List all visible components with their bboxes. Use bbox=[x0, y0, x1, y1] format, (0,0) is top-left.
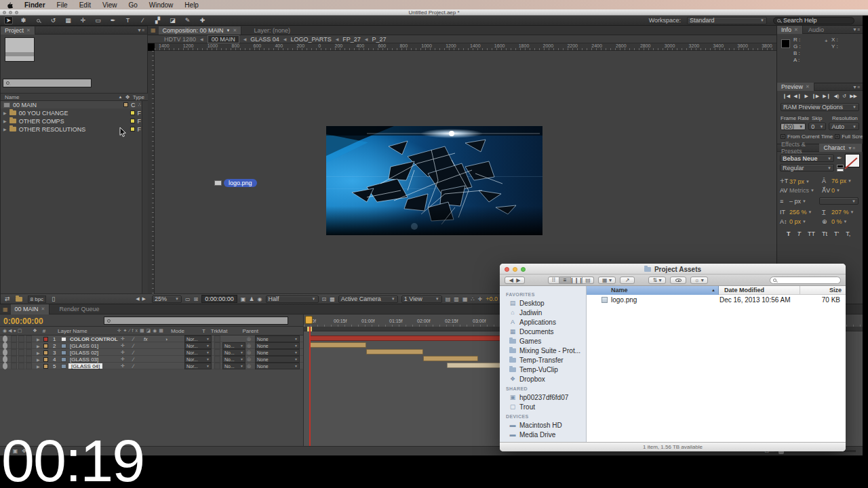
eyedropper-icon[interactable]: ✒ bbox=[837, 155, 842, 161]
play-button[interactable]: ▶ bbox=[805, 94, 808, 99]
loop-button[interactable]: ↺ bbox=[842, 94, 846, 99]
breadcrumb-logo-parts[interactable]: LOGO_PARTS bbox=[290, 36, 331, 43]
label-color-chip[interactable] bbox=[43, 344, 48, 348]
quick-look-button[interactable] bbox=[670, 277, 686, 284]
eye-icon[interactable] bbox=[3, 356, 7, 363]
column-size-header[interactable]: Size bbox=[829, 286, 842, 295]
tab-composition[interactable]: Composition: 00 MAIN▼✕ bbox=[159, 26, 242, 35]
layer-bar-glass03[interactable] bbox=[423, 356, 478, 361]
tab-preview[interactable]: Preview✕ bbox=[777, 83, 814, 91]
mode-column[interactable]: Mode bbox=[171, 328, 184, 334]
audio-button[interactable]: ◀) bbox=[834, 94, 840, 99]
small-caps-button[interactable]: Tt bbox=[822, 230, 827, 237]
region-of-interest-icon[interactable]: ▭ bbox=[185, 296, 191, 302]
menu-item-view[interactable]: View bbox=[102, 1, 117, 9]
vertical-scale-value[interactable]: 256 % bbox=[789, 209, 807, 216]
layer-name[interactable]: [GLASS 03] bbox=[70, 356, 98, 363]
layer-row-2[interactable]: ▶ 2 [GLASS 01] ✛ ∕ Nor...▼ No...▼ ◎ None… bbox=[0, 342, 303, 349]
tsume-value[interactable]: 0 % bbox=[831, 218, 842, 225]
exposure-value[interactable]: +0.0 bbox=[486, 296, 498, 302]
expander-icon[interactable]: ▶ bbox=[3, 110, 7, 115]
apple-logo-icon[interactable] bbox=[7, 1, 13, 9]
arrange-button[interactable]: ▦ ▾ bbox=[598, 277, 616, 284]
eye-icon[interactable] bbox=[3, 363, 7, 369]
exposure-icon[interactable]: ✛ bbox=[478, 296, 483, 302]
label-color-chip[interactable] bbox=[130, 119, 135, 123]
expander-icon[interactable]: ▶ bbox=[37, 356, 40, 363]
parent-pickwhip-icon[interactable]: ◎ bbox=[247, 342, 251, 349]
all-caps-button[interactable]: TT bbox=[808, 230, 815, 237]
roi-icon[interactable]: ⊡ bbox=[322, 296, 327, 302]
eraser-tool-icon[interactable]: ◪ bbox=[168, 17, 177, 24]
sidebar-item-home[interactable]: ⌂Jadiwin bbox=[500, 308, 586, 317]
interpret-footage-icon[interactable]: ⇄ bbox=[5, 296, 10, 302]
fill-color-swatch[interactable] bbox=[845, 154, 860, 167]
font-family-select[interactable]: Bebas Neue▼ bbox=[780, 155, 834, 162]
resolution-select[interactable]: Half▼ bbox=[266, 296, 319, 303]
back-forward-buttons[interactable]: ◀ ▶ bbox=[505, 277, 525, 284]
snapshot-icon[interactable]: ▣ bbox=[241, 296, 246, 302]
expander-icon[interactable]: ▶ bbox=[37, 363, 40, 369]
coverflow-view-button[interactable]: ▤ bbox=[583, 277, 594, 284]
column-view-button[interactable]: ❙❙❙ bbox=[571, 277, 583, 284]
timeline-button-icon[interactable]: ▦ bbox=[462, 296, 468, 302]
menu-item-window[interactable]: Window bbox=[149, 1, 174, 9]
frame-rate-select[interactable]: (30)▼ bbox=[781, 123, 806, 130]
expander-icon[interactable]: ▶ bbox=[3, 119, 7, 123]
expander-icon[interactable]: ▶ bbox=[3, 127, 7, 131]
camera-select[interactable]: Active Camera▼ bbox=[338, 296, 398, 303]
leading-value[interactable]: 76 px bbox=[831, 178, 846, 184]
current-time-indicator[interactable] bbox=[305, 316, 313, 324]
panel-menu-icon[interactable]: ▼≡ bbox=[137, 28, 147, 33]
switch-quality[interactable]: ∕ bbox=[133, 342, 134, 349]
layer-row-4[interactable]: ▶ 4 [GLASS 03] ✛ ∕ Nor...▼ No...▼ ◎ None… bbox=[0, 356, 303, 363]
from-current-time-checkbox[interactable] bbox=[781, 134, 785, 139]
faux-italic-button[interactable]: T bbox=[797, 230, 802, 237]
project-scrollbar[interactable] bbox=[142, 101, 148, 294]
zoom-tool-icon[interactable] bbox=[34, 17, 43, 24]
label-color-chip[interactable] bbox=[43, 357, 48, 362]
stroke-color-swatch[interactable] bbox=[837, 165, 844, 168]
project-item-00-main[interactable]: 00 MAIN C∴ bbox=[1, 101, 141, 108]
new-folder-icon[interactable] bbox=[16, 297, 22, 302]
current-timecode[interactable]: 0:00:00:00 bbox=[3, 317, 43, 326]
switch-fx[interactable]: fx bbox=[144, 336, 147, 342]
icon-view-button[interactable]: ⠿ bbox=[548, 277, 559, 284]
trkmat-select[interactable]: No...▼ bbox=[222, 349, 245, 356]
show-channels-icon[interactable]: ◉ bbox=[258, 296, 262, 302]
layer-name[interactable]: [GLASS 01] bbox=[70, 342, 98, 349]
layer-row-3[interactable]: ▶ 3 [GLASS 02] ✛ ∕ Nor...▼ No...▼ ◎ None… bbox=[0, 349, 303, 356]
label-color-chip[interactable] bbox=[123, 102, 128, 107]
workspace-select[interactable]: Standard▼ bbox=[687, 17, 767, 24]
pen-tool-icon[interactable]: ✒ bbox=[108, 17, 117, 24]
superscript-button[interactable]: T' bbox=[834, 230, 839, 237]
label-color-chip[interactable] bbox=[43, 350, 48, 355]
full-screen-checkbox[interactable] bbox=[835, 134, 840, 139]
switch-anchor[interactable]: ✛ bbox=[121, 349, 125, 356]
eye-icon[interactable] bbox=[3, 349, 7, 356]
label-color-chip[interactable] bbox=[43, 364, 48, 369]
switch-motion-blur[interactable]: ◑ bbox=[165, 336, 167, 342]
font-size-value[interactable]: 37 px bbox=[789, 178, 804, 185]
sidebar-item-documents[interactable]: ▦Documents bbox=[500, 327, 586, 336]
faux-bold-button[interactable]: T bbox=[787, 230, 791, 237]
project-bpc-button[interactable]: 8 bpc bbox=[28, 296, 47, 303]
layer-row-1[interactable]: ▶ 1 COLOR CONTROL ✛ ∕ fx ◑ Nor...▼ ◎ Non… bbox=[0, 336, 303, 342]
trkmat-select[interactable]: No...▼ bbox=[222, 363, 245, 369]
menu-item-help[interactable]: Help bbox=[184, 1, 199, 9]
project-item-00-you-change[interactable]: ▶ 00 YOU CHANGE F bbox=[1, 109, 141, 117]
column-date-header[interactable]: Date Modified bbox=[719, 286, 800, 295]
font-style-select[interactable]: Regular▼ bbox=[780, 164, 834, 171]
breadcrumb-hdtv[interactable]: HDTV 1280 bbox=[164, 36, 196, 43]
trkmat-select[interactable]: No...▼ bbox=[222, 356, 245, 363]
breadcrumb-p27[interactable]: P_27 bbox=[372, 36, 386, 43]
mode-select[interactable]: Nor...▼ bbox=[184, 349, 212, 356]
menu-item-go[interactable]: Go bbox=[128, 1, 137, 9]
kerning-value[interactable]: Metrics bbox=[789, 187, 809, 194]
project-item-other-comps[interactable]: ▶ OTHER COMPS F bbox=[1, 117, 141, 125]
switch-anchor[interactable]: ✛ bbox=[121, 336, 125, 342]
drag-ghost[interactable]: logo.png bbox=[214, 179, 257, 187]
last-frame-button[interactable]: ▶❙ bbox=[823, 94, 830, 99]
action-button[interactable]: ☼ ▾ bbox=[690, 277, 708, 284]
transparency-grid-icon[interactable]: ▩ bbox=[330, 296, 335, 302]
